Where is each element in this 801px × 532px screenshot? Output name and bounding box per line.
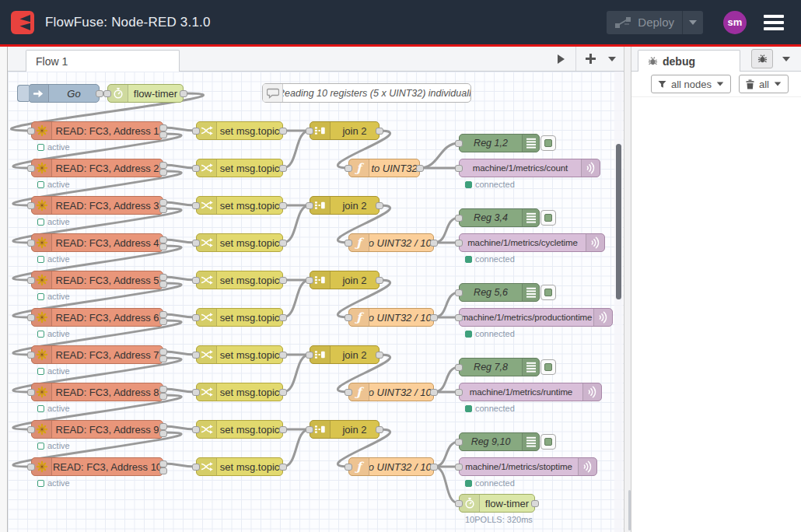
node-output-port[interactable] (180, 90, 187, 97)
wire[interactable] (420, 143, 459, 168)
node-j5[interactable]: join 2 (310, 271, 380, 289)
wire[interactable] (434, 292, 459, 317)
flow-canvas[interactable]: Goflow-timerReading 10 registers (5 x UI… (8, 72, 624, 532)
node-go[interactable]: Go (28, 84, 100, 103)
wire[interactable] (163, 202, 196, 205)
node-r1[interactable]: READ: FC3, Address 1 (31, 121, 163, 140)
debug-toggle-button[interactable] (540, 359, 556, 375)
node-r4[interactable]: READ: FC3, Address 4 (31, 233, 163, 252)
node-input-port[interactable] (306, 277, 313, 284)
node-input-port[interactable] (455, 439, 463, 446)
node-input-port[interactable] (192, 165, 200, 172)
user-avatar[interactable]: sm (723, 11, 747, 34)
node-input-port[interactable] (306, 128, 313, 135)
node-c7[interactable]: set msg.topic (196, 345, 283, 364)
node-c4[interactable]: set msg.topic (196, 233, 283, 252)
node-output-port[interactable] (96, 90, 103, 97)
node-input-port[interactable] (27, 464, 35, 471)
main-menu-button[interactable] (764, 15, 784, 30)
node-input-port[interactable] (306, 352, 313, 359)
play-icon[interactable] (558, 54, 565, 64)
node-output-port[interactable] (279, 314, 287, 321)
node-f8[interactable]: ƒto UINT32 / 100 (348, 383, 434, 401)
wire[interactable] (163, 389, 196, 392)
node-input-port[interactable] (455, 165, 463, 172)
wire[interactable] (434, 367, 459, 392)
wire[interactable] (163, 426, 196, 429)
wire[interactable] (163, 165, 196, 168)
sidebar-splitter[interactable] (624, 47, 631, 532)
scrollbar-thumb[interactable] (616, 144, 621, 299)
node-output-port[interactable] (279, 389, 287, 396)
node-input-port[interactable] (455, 289, 463, 296)
wire[interactable] (283, 280, 310, 317)
node-output-port[interactable] (430, 240, 438, 247)
add-flow-button[interactable] (586, 54, 596, 64)
node-j9[interactable]: join 2 (310, 420, 380, 439)
node-r10[interactable]: READ: FC3, Address 10 (31, 457, 163, 476)
wire[interactable] (163, 314, 196, 317)
node-input-port[interactable] (455, 314, 463, 321)
node-output-port[interactable] (279, 277, 287, 284)
wire[interactable] (163, 128, 196, 131)
node-input-port[interactable] (27, 128, 35, 135)
node-t1[interactable]: flow-timer (107, 84, 184, 103)
node-input-port[interactable] (192, 240, 200, 247)
debug-toggle-button[interactable] (540, 210, 556, 226)
debug-toggle-button[interactable] (540, 285, 556, 300)
canvas-scrollbar[interactable] (614, 72, 623, 532)
node-j3[interactable]: join 2 (310, 196, 380, 215)
node-input-port[interactable] (192, 128, 200, 135)
node-output-port[interactable] (159, 460, 167, 467)
node-c10[interactable]: set msg.topic (196, 457, 283, 476)
node-m10[interactable]: machine/1/metrics/stoptime (459, 457, 597, 476)
node-c2[interactable]: set msg.topic (196, 159, 283, 177)
wire[interactable] (163, 277, 196, 280)
node-output-port[interactable] (376, 202, 383, 209)
node-output-port[interactable] (159, 236, 167, 243)
node-output-port[interactable] (159, 169, 167, 176)
node-output-port[interactable] (376, 128, 383, 135)
tab-debug[interactable]: debug (638, 50, 740, 72)
node-r9[interactable]: READ: FC3, Address 9 (31, 420, 163, 439)
node-input-port[interactable] (455, 140, 463, 147)
wire[interactable] (163, 240, 196, 243)
node-input-port[interactable] (192, 277, 200, 284)
node-d8[interactable]: Reg 7,8 (459, 358, 540, 376)
node-output-port[interactable] (159, 355, 167, 362)
node-r3[interactable]: READ: FC3, Address 3 (31, 196, 163, 215)
node-output-port[interactable] (159, 386, 167, 393)
node-comment1[interactable]: Reading 10 registers (5 x UINT32) indivi… (262, 83, 471, 103)
node-input-port[interactable] (455, 364, 463, 371)
wire[interactable] (283, 205, 310, 243)
node-r6[interactable]: READ: FC3, Address 6 (31, 308, 163, 327)
node-f6[interactable]: ƒto UINT32 / 100 (348, 308, 434, 327)
debug-toggle-button[interactable] (540, 434, 556, 450)
node-input-port[interactable] (345, 464, 352, 471)
node-output-port[interactable] (159, 274, 167, 281)
node-r8[interactable]: READ: FC3, Address 8 (31, 383, 163, 401)
node-output-port[interactable] (376, 352, 383, 359)
node-output-port[interactable] (376, 426, 383, 433)
node-input-port[interactable] (345, 165, 352, 172)
node-r5[interactable]: READ: FC3, Address 5 (31, 271, 163, 289)
node-input-port[interactable] (27, 352, 35, 359)
node-output-port[interactable] (279, 426, 287, 433)
node-j7[interactable]: join 2 (310, 345, 380, 364)
node-t2[interactable]: flow-timer (459, 494, 535, 513)
clear-messages-button[interactable]: all (739, 75, 789, 93)
node-output-port[interactable] (159, 430, 167, 437)
node-output-port[interactable] (279, 128, 287, 135)
node-output-port[interactable] (159, 131, 167, 138)
node-input-port[interactable] (27, 389, 35, 396)
node-output-port[interactable] (430, 389, 438, 396)
node-output-port[interactable] (279, 240, 287, 247)
node-m6[interactable]: machine/1/metrics/productiontime (459, 308, 613, 327)
wire[interactable] (283, 355, 310, 392)
sidebar-menu-button[interactable] (782, 57, 790, 61)
node-c5[interactable]: set msg.topic (196, 271, 283, 289)
node-input-port[interactable] (192, 389, 200, 396)
node-output-port[interactable] (159, 199, 167, 206)
node-r7[interactable]: READ: FC3, Address 7 (31, 345, 163, 364)
node-input-port[interactable] (192, 352, 200, 359)
